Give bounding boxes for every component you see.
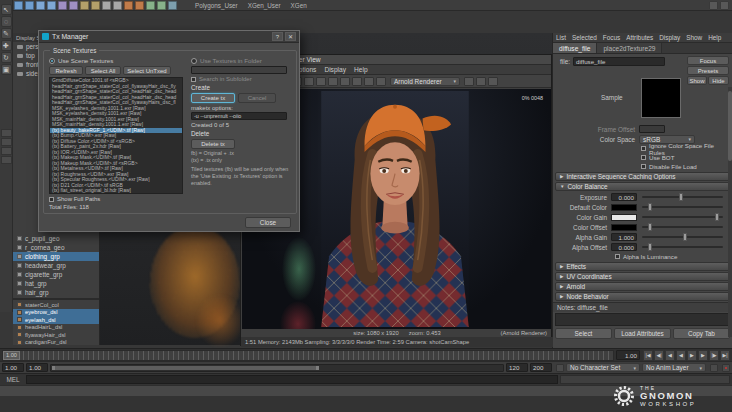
range-slider-track[interactable]: [50, 364, 504, 372]
disable-file-load-checkbox[interactable]: Disable File Load: [553, 162, 732, 171]
scale-tool-icon[interactable]: ▣: [1, 64, 12, 75]
alpha-offset-slider[interactable]: [642, 246, 723, 248]
play-forward-button[interactable]: ▶: [687, 350, 697, 361]
notes-textarea[interactable]: [555, 313, 730, 326]
select-button[interactable]: Select: [555, 328, 612, 339]
smooth-icon[interactable]: [157, 1, 166, 10]
render-settings-icon[interactable]: [376, 77, 386, 86]
save-image-icon[interactable]: [364, 77, 374, 86]
section-interactive-sequence-caching-options[interactable]: ▶Interactive Sequence Caching Options: [555, 172, 730, 181]
single-pane-layout-icon[interactable]: [1, 129, 12, 137]
playback-start-field[interactable]: 1.00: [26, 363, 48, 372]
ignore-color-space-rules-checkbox[interactable]: Ignore Color Space File Rules: [553, 144, 732, 153]
alpha-gain-slider[interactable]: [642, 236, 723, 238]
search-subfolder-checkbox[interactable]: Search in Subfolder: [191, 75, 291, 83]
default-color-swatch[interactable]: [611, 204, 637, 211]
outliner-item-cigarette-grp[interactable]: cigarette_grp: [13, 270, 99, 279]
bridge-icon[interactable]: [102, 1, 111, 10]
playback-options-icon[interactable]: [556, 364, 564, 372]
snapshot-icon[interactable]: [316, 77, 326, 86]
range-end-handle[interactable]: [316, 366, 319, 370]
load-attributes-button[interactable]: Load Attributes: [614, 328, 671, 339]
outliner-item-r-cornea-geo[interactable]: r_cornea_geo: [13, 243, 99, 252]
step-forward-frame-button[interactable]: ▶: [698, 350, 708, 361]
exposure-field[interactable]: 0.000: [611, 193, 637, 201]
texture-sample-swatch[interactable]: [641, 78, 681, 118]
exposure-slider[interactable]: [642, 196, 723, 198]
texture-item-cardiganfur-dsl[interactable]: cardiganFur_dsl: [13, 339, 99, 346]
shelf-tab-xgen[interactable]: XGen: [286, 2, 312, 9]
copy-tab-button[interactable]: Copy Tab: [673, 328, 730, 339]
presets-button[interactable]: Presets: [687, 66, 729, 75]
tx-manager-titlebar[interactable]: Tx Manager ? ✕: [39, 31, 299, 43]
show-full-paths-checkbox[interactable]: Show Full Paths: [49, 195, 185, 203]
shelf-editor-icon[interactable]: [709, 1, 718, 10]
command-input[interactable]: [26, 375, 558, 384]
texture-item-eyelash-dsl[interactable]: eyelash_dsl: [13, 316, 99, 324]
target-weld-icon[interactable]: [124, 1, 133, 10]
section-uv-coordinates[interactable]: ▶UV Coordinates: [555, 272, 730, 281]
anim-layer-dropdown[interactable]: No Anim Layer▾: [642, 363, 706, 372]
node-name-field[interactable]: diffuse_file: [573, 57, 665, 66]
set-key-icon[interactable]: [710, 364, 718, 372]
outliner-item-hat-grp[interactable]: hat_grp: [13, 279, 99, 288]
shelf-tab-polygons-user[interactable]: Polygons_User: [190, 2, 243, 9]
two-pane-layout-icon[interactable]: [1, 138, 12, 146]
color-gain-swatch[interactable]: [611, 214, 637, 221]
section-color-balance[interactable]: ▼Color Balance: [555, 182, 730, 191]
render-view-menu-help[interactable]: Help: [350, 66, 372, 73]
color-offset-slider[interactable]: [642, 226, 723, 228]
render-view-menu-display[interactable]: Display: [320, 66, 350, 73]
select-all-button[interactable]: Select All: [85, 66, 121, 75]
hide-button[interactable]: Hide: [708, 76, 729, 85]
rotate-tool-icon[interactable]: ↻: [1, 52, 12, 63]
outliner-item-c-pupil-geo[interactable]: c_pupil_geo: [13, 234, 99, 243]
curve-tool-icon[interactable]: [69, 1, 78, 10]
outliner-item-clothing-grp[interactable]: clothing_grp: [13, 252, 99, 261]
go-to-start-button[interactable]: |◀: [643, 350, 653, 361]
alpha-is-luminance-checkbox[interactable]: Alpha Is Luminance: [553, 252, 732, 261]
alpha-gain-field[interactable]: 1.000: [611, 233, 637, 241]
create-tx-button[interactable]: Create tx: [191, 93, 235, 103]
shelf-menu-icon[interactable]: [720, 1, 729, 10]
use-folder-textures-radio[interactable]: Use Textures in Folder: [191, 56, 291, 65]
delete-tx-button[interactable]: Delete tx: [191, 139, 235, 149]
exposure-icon[interactable]: [488, 77, 498, 86]
playback-end-field[interactable]: 120: [506, 363, 528, 372]
renderer-dropdown[interactable]: Arnold Renderer▾: [390, 77, 460, 86]
color-offset-swatch[interactable]: [611, 224, 637, 231]
go-to-end-button[interactable]: ▶|: [720, 350, 730, 361]
ae-menu-attributes[interactable]: Attributes: [623, 34, 656, 41]
play-backwards-button[interactable]: ◀: [676, 350, 686, 361]
refresh-button[interactable]: Refresh: [49, 66, 83, 75]
ae-menu-list[interactable]: List: [553, 34, 569, 41]
quad-draw-icon[interactable]: [135, 1, 144, 10]
display-rgb-icon[interactable]: [464, 77, 474, 86]
outliner-item-hair-grp[interactable]: hair_grp: [13, 288, 99, 297]
range-start-handle[interactable]: [52, 366, 55, 370]
select-untxed-button[interactable]: Select UnTxed: [123, 66, 171, 75]
dialog-help-button[interactable]: ?: [272, 32, 283, 41]
playback-range-bar[interactable]: [52, 366, 319, 370]
ae-tab-place2dtexture29[interactable]: place2dTexture29: [597, 43, 662, 53]
texture-item-headhairl-dsl[interactable]: headHairL_dsl: [13, 324, 99, 332]
animation-end-field[interactable]: 200: [530, 363, 552, 372]
extrude-icon[interactable]: [91, 1, 100, 10]
ae-menu-show[interactable]: Show: [683, 34, 705, 41]
outliner-item-headwear-grp[interactable]: headwear_grp: [13, 261, 99, 270]
paint-select-tool-icon[interactable]: ✎: [1, 28, 12, 39]
command-language-toggle[interactable]: MEL: [0, 376, 26, 383]
maketx-options-field[interactable]: -u --unpremult --oiio: [191, 112, 287, 120]
attribute-editor-scrollbar[interactable]: [728, 87, 732, 337]
select-tool-icon[interactable]: ↖: [1, 4, 12, 15]
auto-keyframe-toggle-icon[interactable]: [722, 364, 730, 372]
character-set-dropdown[interactable]: No Character Set▾: [566, 363, 640, 372]
move-tool-icon[interactable]: ✚: [1, 40, 12, 51]
section-effects[interactable]: ▶Effects: [555, 262, 730, 271]
current-frame-field[interactable]: 1.00: [616, 350, 640, 360]
color-gain-slider[interactable]: [642, 216, 723, 218]
step-back-frame-button[interactable]: ◀: [665, 350, 675, 361]
default-color-slider[interactable]: [642, 206, 723, 208]
multi-cut-icon[interactable]: [113, 1, 122, 10]
poly-torus-icon[interactable]: [47, 1, 56, 10]
